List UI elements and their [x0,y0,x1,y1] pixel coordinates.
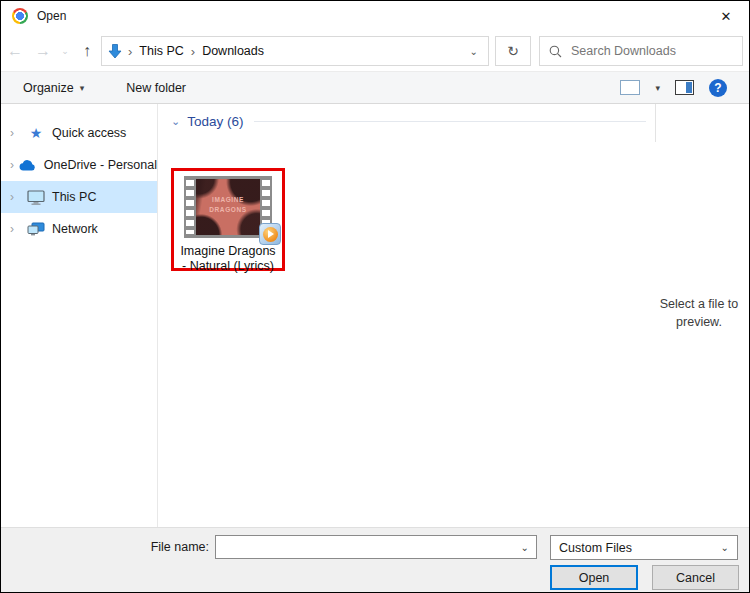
file-name-label: Imagine Dragons - Natural (Lyrics) [180,244,275,275]
organize-button[interactable]: Organize ▾ [23,81,84,95]
help-icon[interactable]: ? [709,79,727,97]
breadcrumb-chevron-icon: › [191,44,195,59]
sidebar-item-onedrive[interactable]: › OneDrive - Personal [1,149,157,181]
toolbar-right: ▾ ? [620,79,727,97]
window-title: Open [37,9,66,23]
preview-hint-text: Select a file to preview. [652,295,746,331]
breadcrumb-this-pc[interactable]: This PC [138,44,184,58]
sidebar: › ★ Quick access › OneDrive - Personal ›… [1,104,158,527]
video-thumbnail: IMAGINE DRAGONS [196,179,260,235]
chevron-down-icon: ▾ [80,83,85,93]
file-type-select[interactable]: Custom Files ⌄ [550,535,738,560]
cancel-button[interactable]: Cancel [652,565,739,590]
preview-pane-strip [686,82,692,93]
recent-locations-icon[interactable]: ⌄ [57,36,73,66]
address-dropdown-icon[interactable]: ⌄ [470,46,482,57]
footer-bar: File name: ⌄ Custom Files ⌄ Open Cancel [1,527,749,593]
network-icon [25,222,47,236]
group-header-today[interactable]: ⌄ Today (6) [171,114,646,129]
downloads-folder-icon [108,44,122,59]
breadcrumb-downloads[interactable]: Downloads [201,44,265,58]
sidebar-item-quick-access[interactable]: › ★ Quick access [1,117,157,149]
toolbar: Organize ▾ New folder ▾ ? [1,71,749,104]
title-bar: Open ✕ [1,1,749,31]
chevron-down-icon: ⌄ [721,542,729,553]
group-collapse-icon[interactable]: ⌄ [171,115,180,128]
views-icon[interactable] [620,80,640,95]
sidebar-item-this-pc[interactable]: › This PC [1,181,157,213]
search-icon [549,45,562,58]
expand-chevron-icon[interactable]: › [10,158,17,172]
film-strip-left [186,180,194,234]
open-file-dialog: Open ✕ ← → ⌄ ↑ › This PC › Downloads ⌄ ↻… [0,0,750,593]
refresh-icon[interactable]: ↻ [495,36,531,66]
new-folder-label: New folder [126,81,186,95]
sidebar-item-label: This PC [52,190,96,204]
media-player-overlay-icon [259,223,281,245]
nav-arrows: ← → ⌄ ↑ [1,36,101,66]
search-input[interactable] [571,44,733,58]
expand-chevron-icon[interactable]: › [10,222,25,236]
sidebar-item-label: OneDrive - Personal [44,158,157,172]
sidebar-item-network[interactable]: › Network [1,213,157,245]
file-name-combo: ⌄ [215,535,537,559]
organize-label: Organize [23,81,74,95]
content-area: › ★ Quick access › OneDrive - Personal ›… [1,104,749,527]
search-box[interactable] [539,36,743,66]
preview-pane-divider [655,104,656,142]
sidebar-item-label: Network [52,222,98,236]
quick-access-star-icon: ★ [25,125,47,141]
onedrive-cloud-icon [17,160,39,171]
group-divider [254,121,647,122]
group-title: Today (6) [187,114,243,129]
close-icon[interactable]: ✕ [703,1,749,31]
file-type-value: Custom Files [559,541,632,555]
file-name-input[interactable] [216,536,536,558]
preview-pane-icon[interactable] [675,80,694,95]
back-icon[interactable]: ← [1,36,29,66]
chrome-icon [12,8,28,24]
open-button[interactable]: Open [550,565,638,590]
forward-icon[interactable]: → [29,36,57,66]
address-bar[interactable]: › This PC › Downloads ⌄ [101,36,489,66]
expand-chevron-icon[interactable]: › [10,190,25,204]
new-folder-button[interactable]: New folder [126,81,186,95]
thumbnail-text: IMAGINE DRAGONS [196,195,260,215]
file-name-field-label: File name: [109,540,209,554]
expand-chevron-icon[interactable]: › [10,126,25,140]
up-icon[interactable]: ↑ [73,36,101,66]
video-file-icon: IMAGINE DRAGONS [184,176,272,238]
this-pc-monitor-icon [25,190,47,205]
file-item-imagine-dragons[interactable]: IMAGINE DRAGONS Imagine Dragons - Natura… [171,168,285,271]
sidebar-item-label: Quick access [52,126,126,140]
breadcrumb-chevron-icon: › [128,44,132,59]
navigation-bar: ← → ⌄ ↑ › This PC › Downloads ⌄ ↻ [1,31,749,71]
play-icon [263,227,278,242]
views-dropdown-icon[interactable]: ▾ [655,83,660,93]
